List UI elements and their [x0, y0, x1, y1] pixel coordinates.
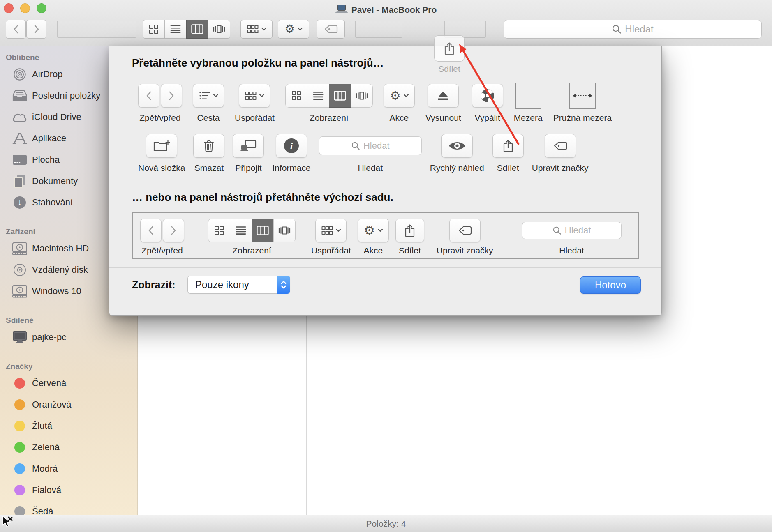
sidebar-item-label: iCloud Drive	[32, 112, 81, 122]
view-segmented-control	[143, 20, 230, 39]
sidebar-item-label: Dokumenty	[32, 176, 78, 187]
palette-item-view[interactable]: Zobrazení	[285, 83, 373, 123]
sidebar-item-label: Modrá	[32, 463, 58, 474]
desktop-icon	[12, 154, 28, 165]
space-icon	[515, 83, 541, 109]
view-icons-segment	[285, 84, 307, 108]
palette-item-edit-tags[interactable]: Upravit značky	[532, 133, 589, 173]
sidebar-item-tag-blue[interactable]: Modrá	[0, 458, 137, 479]
forward-button[interactable]	[26, 20, 46, 39]
sidebar-item-label: Zelená	[32, 442, 60, 453]
dragged-item-label: Sdílet	[438, 64, 460, 74]
palette-item-flexible-space[interactable]: Pružná mezera	[553, 83, 612, 123]
show-mode-value: Pouze ikony	[188, 279, 277, 290]
trash-icon	[193, 134, 224, 158]
view-columns-segment	[329, 84, 351, 108]
display-icon	[12, 331, 28, 344]
tag-color-dot	[12, 442, 28, 453]
sidebar-item-label: Červená	[32, 378, 66, 389]
share-icon	[492, 134, 524, 158]
palette-item-quick-look[interactable]: Rychlý náhled	[430, 133, 484, 173]
sidebar-item-tag-gray[interactable]: Šedá	[0, 501, 137, 515]
sidebar-item-label: AirDrop	[32, 69, 63, 80]
window-title-text: Pavel - MacBook Pro	[351, 5, 437, 15]
sidebar-item-label: Šedá	[32, 506, 53, 515]
customize-toolbar-dialog: Přetáhněte vybranou položku na panel nás…	[109, 46, 662, 316]
tag-color-dot	[12, 463, 28, 474]
laptop-icon	[335, 5, 348, 15]
sidebar-item-tag-purple[interactable]: Fialová	[0, 479, 137, 501]
sidebar-item-tag-yellow[interactable]: Žlutá	[0, 415, 137, 437]
sidebar-item-tag-red[interactable]: Červená	[0, 373, 137, 394]
sidebar-item-tag-orange[interactable]: Oranžová	[0, 394, 137, 415]
view-coverflow-segment[interactable]	[208, 20, 230, 39]
dialog-heading-top: Přetáhněte vybranou položku na panel nás…	[132, 57, 384, 69]
palette-item-delete[interactable]: Smazat	[193, 133, 224, 173]
action-gear-dropdown-button[interactable]: ⚙	[278, 20, 309, 39]
titlebar-toolbar: Pavel - MacBook Pro	[0, 0, 772, 46]
status-bar: Položky: 4	[0, 515, 772, 532]
search-placeholder: Hledat	[625, 23, 653, 35]
back-button[interactable]	[6, 20, 26, 39]
airdrop-icon	[12, 68, 28, 81]
palette-item-new-folder[interactable]: Nová složka	[138, 133, 185, 173]
icloud-icon	[12, 112, 28, 122]
default-item-arrange: Uspořádat	[311, 219, 351, 256]
toolbar-search-input[interactable]: Hledat	[504, 20, 762, 39]
palette-item-search[interactable]: Hledat Hledat	[319, 133, 422, 173]
sidebar-item-label: Žlutá	[32, 421, 52, 431]
new-folder-icon	[146, 134, 177, 158]
sidebar-header-tags: Značky	[0, 360, 137, 373]
search-placeholder: Hledat	[565, 225, 591, 236]
tag-color-dot	[12, 421, 28, 431]
view-list-segment	[307, 84, 329, 108]
sidebar-item-label: Poslední položky	[32, 90, 100, 101]
tag-color-dot	[12, 378, 28, 389]
sidebar-item-label: Macintosh HD	[32, 243, 89, 254]
palette-item-share[interactable]: Sdílet	[492, 133, 524, 173]
view-coverflow-segment	[351, 84, 373, 108]
show-mode-dropdown[interactable]: Pouze ikony	[187, 276, 290, 294]
default-item-back-forward: Zpět/vpřed	[140, 219, 184, 256]
disc-icon	[12, 263, 28, 277]
dialog-divider	[109, 267, 661, 268]
palette-item-action[interactable]: ⚙ Akce	[384, 83, 415, 123]
sidebar-item-label: Stahování	[32, 197, 73, 208]
view-icons-segment[interactable]	[143, 20, 165, 39]
default-toolbar-set[interactable]: Zpět/vpřed Zobrazení Uspořád	[132, 212, 639, 259]
palette-item-connect[interactable]: Připojit	[233, 133, 264, 173]
palette-item-burn[interactable]: Vypálit	[472, 83, 503, 123]
mouse-cursor-icon	[1, 516, 15, 531]
show-label: Zobrazit:	[132, 279, 176, 291]
recents-icon	[12, 90, 28, 102]
arrange-dropdown-button[interactable]	[240, 20, 273, 39]
palette-item-path[interactable]: Cesta	[193, 83, 224, 123]
sidebar-item-pajke-pc[interactable]: pajke-pc	[0, 327, 137, 348]
palette-row-2: Nová složka Smazat Připojit	[138, 133, 588, 173]
gear-icon: ⚙	[384, 84, 415, 108]
palette-item-info[interactable]: i Informace	[272, 133, 310, 173]
view-list-segment[interactable]	[164, 20, 187, 39]
sidebar-item-tag-green[interactable]: Zelená	[0, 437, 137, 458]
stepper-arrows-icon	[277, 276, 290, 294]
tag-color-dot	[12, 485, 28, 495]
gear-icon: ⚙	[284, 23, 295, 35]
edit-tags-button[interactable]	[317, 20, 345, 39]
palette-item-back-forward[interactable]: Zpět/vpřed	[138, 83, 182, 123]
tag-icon	[545, 134, 576, 158]
toolbar-drop-placeholder	[57, 21, 136, 38]
sidebar-item-label: Plocha	[32, 154, 60, 165]
palette-item-arrange[interactable]: Uspořádat	[235, 83, 275, 123]
search-placeholder: Hledat	[363, 140, 390, 151]
dragged-share-item[interactable]: Sdílet	[430, 35, 469, 74]
sidebar-item-label: Aplikace	[32, 133, 66, 144]
sidebar-section-tags: Značky Červená Oranžová Žlutá Zelená Mod…	[0, 360, 137, 515]
done-button[interactable]: Hotovo	[580, 276, 641, 294]
palette-item-eject[interactable]: Vysunout	[425, 83, 461, 123]
hdd-icon	[12, 242, 28, 255]
palette-item-space[interactable]: Mezera	[514, 83, 543, 123]
view-columns-segment[interactable]	[186, 20, 208, 39]
default-item-action: ⚙ Akce	[358, 219, 389, 256]
default-item-share: Sdílet	[395, 219, 424, 256]
finder-window: Oblíbené AirDrop Poslední položky iCloud…	[0, 0, 772, 532]
